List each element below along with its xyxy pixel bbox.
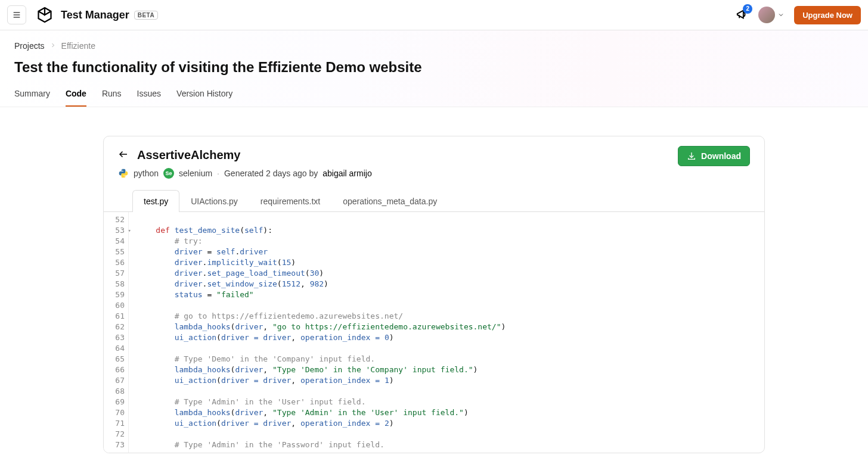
code-line: lambda_hooks(driver, "go to https://effi… — [137, 322, 764, 332]
line-number: 57 — [104, 268, 125, 279]
card-header: AssertiveAlchemy Download python Se sele… — [104, 136, 764, 211]
code-line: lambda_hooks(driver, "Type 'Demo' in the… — [137, 365, 764, 375]
tab-issues[interactable]: Issues — [137, 89, 161, 107]
breadcrumb: Projects Effiziente — [14, 41, 854, 51]
svg-point-5 — [122, 170, 122, 170]
tab-version-history[interactable]: Version History — [176, 89, 232, 107]
line-number: 66 — [104, 365, 125, 375]
back-button[interactable] — [118, 149, 129, 161]
line-number: 73 — [104, 440, 125, 450]
download-button[interactable]: Download — [678, 146, 750, 166]
svg-line-3 — [739, 14, 740, 17]
notification-count-badge: 2 — [743, 4, 752, 14]
code-line — [137, 429, 764, 440]
file-tabs: test.py UIActions.py requirements.txt op… — [118, 189, 750, 211]
line-number: 63 — [104, 332, 125, 343]
code-line — [137, 386, 764, 397]
line-number: 67 — [104, 375, 125, 386]
breadcrumb-current[interactable]: Effiziente — [61, 41, 95, 51]
file-tab-test[interactable]: test.py — [132, 190, 179, 212]
code-line: ui_action(driver = driver, operation_ind… — [137, 332, 764, 343]
line-number: 68 — [104, 386, 125, 397]
tab-runs[interactable]: Runs — [102, 89, 122, 107]
code-line: driver.set_page_load_timeout(30) — [137, 268, 764, 279]
meta-row: python Se selenium · Generated 2 days ag… — [118, 168, 750, 179]
generated-label: Generated 2 days ago by — [224, 169, 318, 178]
topbar: Test Manager BETA 2 Upgrade Now — [0, 0, 868, 30]
code-line — [137, 300, 764, 311]
page-title: Test the functionality of visiting the E… — [14, 59, 854, 76]
app-title: Test Manager — [61, 9, 129, 21]
code-line: ui_action(driver = driver, operation_ind… — [137, 418, 764, 429]
code-line: # Type 'Admin' in the 'User' input field… — [137, 397, 764, 407]
code-line: ui_action(driver = driver, operation_ind… — [137, 375, 764, 386]
notifications-button[interactable]: 2 — [736, 8, 749, 23]
code-line: # Type 'Admin' in the 'Password' input f… — [137, 440, 764, 450]
file-tab-requirements[interactable]: requirements.txt — [249, 190, 331, 212]
beta-badge: BETA — [134, 11, 158, 20]
subheader: Projects Effiziente Test the functionali… — [0, 30, 868, 107]
code-card: AssertiveAlchemy Download python Se sele… — [103, 136, 765, 453]
code-view[interactable]: def test_demo_site(self): # try: driver … — [129, 212, 764, 453]
python-icon — [118, 168, 129, 179]
line-number: 58 — [104, 279, 125, 289]
menu-button[interactable] — [7, 5, 26, 24]
chevron-down-icon — [777, 11, 785, 18]
arrow-left-icon — [118, 149, 129, 160]
line-number: 55 — [104, 247, 125, 257]
user-menu[interactable] — [758, 7, 785, 23]
code-line: # Type 'Demo' in the 'Company' input fie… — [137, 354, 764, 365]
code-line: # go to https://effizientedemo.azurewebs… — [137, 311, 764, 322]
tabs: Summary Code Runs Issues Version History — [14, 89, 854, 107]
line-number-gutter: 5253545556575859606162636465666768697071… — [104, 212, 129, 453]
avatar-icon — [758, 7, 775, 23]
file-tab-operations-meta[interactable]: operations_meta_data.py — [331, 190, 448, 212]
code-line: # try: — [137, 236, 764, 247]
app-logo-icon — [36, 6, 54, 24]
tab-code[interactable]: Code — [66, 89, 86, 107]
code-line: driver.implicitly_wait(15) — [137, 257, 764, 268]
card-title: AssertiveAlchemy — [137, 148, 240, 162]
upgrade-button[interactable]: Upgrade Now — [794, 6, 861, 24]
svg-point-6 — [125, 176, 125, 177]
content: AssertiveAlchemy Download python Se sele… — [0, 107, 868, 461]
line-number: 56 — [104, 257, 125, 268]
line-number: 65 — [104, 354, 125, 365]
author-name: abigail armijo — [323, 169, 371, 178]
line-number: 70 — [104, 407, 125, 418]
code-line — [137, 214, 764, 225]
chevron-right-icon — [49, 41, 57, 51]
language-label: python — [134, 169, 159, 178]
breadcrumb-root[interactable]: Projects — [14, 41, 45, 51]
line-number: 71 — [104, 418, 125, 429]
line-number: 61 — [104, 311, 125, 322]
code-line: status = "failed" — [137, 289, 764, 300]
line-number: 72 — [104, 429, 125, 440]
line-number: 62 — [104, 322, 125, 332]
code-line: def test_demo_site(self): — [137, 225, 764, 236]
line-number: 59 — [104, 289, 125, 300]
line-number: 60 — [104, 300, 125, 311]
line-number: 54 — [104, 236, 125, 247]
code-line — [137, 343, 764, 354]
line-number: 52 — [104, 214, 125, 225]
download-icon — [687, 151, 696, 161]
separator-dot: · — [217, 169, 219, 178]
framework-label: selenium — [179, 169, 212, 178]
code-line: driver.set_window_size(1512, 982) — [137, 279, 764, 289]
selenium-icon: Se — [163, 168, 174, 179]
line-number: 69 — [104, 397, 125, 407]
hamburger-icon — [12, 10, 21, 20]
download-label: Download — [701, 151, 741, 161]
code-line: driver = self.driver — [137, 247, 764, 257]
file-tab-uiactions[interactable]: UIActions.py — [179, 190, 249, 212]
code-line: lambda_hooks(driver, "Type 'Admin' in th… — [137, 407, 764, 418]
code-editor: 5253545556575859606162636465666768697071… — [104, 211, 764, 453]
line-number: 53 — [104, 225, 125, 236]
line-number: 64 — [104, 343, 125, 354]
tab-summary[interactable]: Summary — [14, 89, 50, 107]
